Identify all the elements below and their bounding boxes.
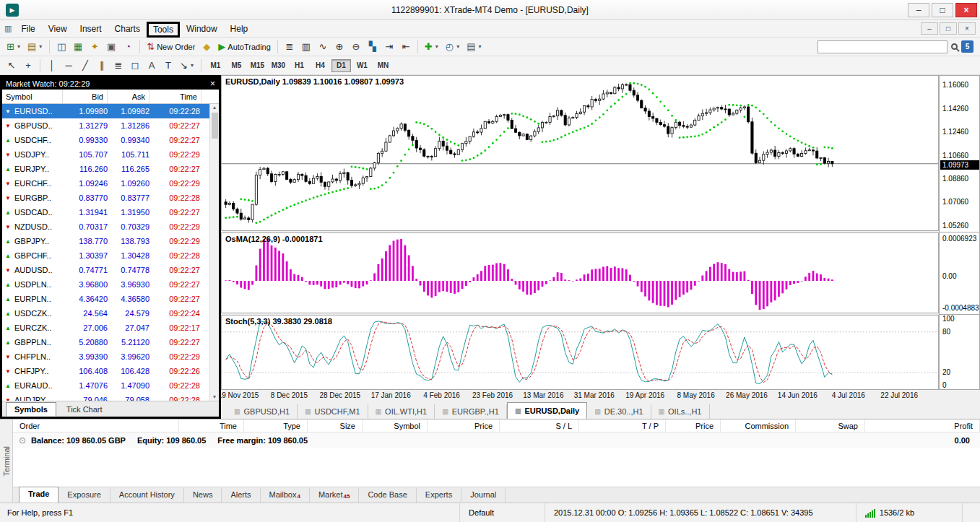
chart-tab-eurgbp-h1[interactable]: ▥EURGBP.,H1 bbox=[435, 404, 507, 419]
chart-shift-button[interactable]: ⇤ bbox=[398, 40, 414, 54]
terminal-tab-market[interactable]: Market45 bbox=[310, 488, 360, 503]
close-icon[interactable]: × bbox=[210, 79, 215, 88]
timeframe-d1[interactable]: D1 bbox=[331, 59, 351, 72]
market-watch-row[interactable]: ▼CHFPLN..3.993903.9962009:22:29 bbox=[2, 349, 219, 364]
new-chart-button[interactable]: ⊞▾ bbox=[4, 40, 24, 54]
status-profile[interactable]: Default bbox=[459, 503, 545, 522]
vertical-line-button[interactable]: │ bbox=[44, 58, 60, 73]
scroll-up-icon[interactable]: ▴ bbox=[213, 104, 216, 111]
maximize-button[interactable]: □ bbox=[932, 3, 953, 17]
timeframe-h1[interactable]: H1 bbox=[290, 59, 309, 72]
menu-item-file[interactable]: File bbox=[14, 22, 41, 36]
child-close-button[interactable]: × bbox=[958, 22, 976, 35]
terminal-column-t-p-7[interactable]: T / P bbox=[579, 419, 666, 432]
terminal-tab-journal[interactable]: Journal bbox=[461, 488, 506, 503]
timeframe-w1[interactable]: W1 bbox=[352, 59, 372, 72]
search-results-badge[interactable]: 5 bbox=[961, 40, 974, 53]
templates-button[interactable]: ▤▾ bbox=[464, 40, 485, 54]
terminal-column-symbol-4[interactable]: Symbol bbox=[363, 419, 428, 432]
osma-panel[interactable]: OsMA(12,26,9) -0.0001871 bbox=[221, 232, 939, 313]
market-watch-row[interactable]: ▼AUDUSD..0.747710.7477809:22:27 bbox=[2, 263, 219, 277]
market-watch-row[interactable]: ▲GBPJPY..138.770138.79309:22:29 bbox=[2, 234, 219, 248]
market-watch-row[interactable]: ▼EURCHF..1.092461.0926009:22:29 bbox=[2, 176, 219, 191]
channel-button[interactable]: ∥ bbox=[94, 58, 110, 73]
terminal-tab-experts[interactable]: Experts bbox=[417, 488, 461, 503]
terminal-tab-news[interactable]: News bbox=[184, 488, 222, 503]
main-chart-panel[interactable]: EURUSD,Daily 1.09839 1.10016 1.09807 1.0… bbox=[221, 75, 939, 231]
market-watch-row[interactable]: ▲EURPLN..4.364204.3658009:22:27 bbox=[2, 292, 219, 306]
search-input[interactable] bbox=[818, 40, 948, 53]
menu-item-insert[interactable]: Insert bbox=[74, 22, 108, 36]
market-watch-row[interactable]: ▲GBPPLN..5.208805.2112009:22:27 bbox=[2, 335, 219, 349]
mw-tab-tick-chart[interactable]: Tick Chart bbox=[58, 402, 111, 417]
market-watch-row[interactable]: ▼GBPUSD..1.312791.3128609:22:27 bbox=[2, 118, 219, 133]
terminal-tab-exposure[interactable]: Exposure bbox=[58, 488, 110, 503]
terminal-toggle-button[interactable]: ▣ bbox=[103, 40, 119, 54]
cursor-tool-button[interactable]: ↖ bbox=[4, 58, 19, 73]
menu-item-window[interactable]: Window bbox=[180, 22, 224, 36]
line-chart-mode-button[interactable]: ∿ bbox=[315, 40, 331, 54]
bar-chart-mode-button[interactable]: ≣ bbox=[282, 40, 298, 54]
mw-column-bid[interactable]: Bid bbox=[63, 90, 108, 103]
market-watch-row[interactable]: ▲USDCHF..0.993300.9934009:22:27 bbox=[2, 133, 219, 147]
timeframe-m15[interactable]: M15 bbox=[248, 59, 267, 72]
chart-tab-usdchf-m1[interactable]: ▥USDCHF,M1 bbox=[298, 404, 368, 419]
navigator-toggle-button[interactable]: ✦ bbox=[87, 40, 103, 54]
periods-button[interactable]: ◴▾ bbox=[443, 40, 463, 54]
zoom-in-button[interactable]: ⊕ bbox=[331, 40, 347, 54]
scroll-down-icon[interactable]: ▾ bbox=[213, 393, 216, 401]
terminal-column-type-2[interactable]: Type bbox=[244, 419, 308, 432]
market-watch-row[interactable]: ▲EURAUD..1.470761.4709009:22:28 bbox=[2, 378, 219, 393]
terminal-column-swap-10[interactable]: Swap bbox=[796, 419, 865, 432]
child-restore-button[interactable]: □ bbox=[940, 22, 957, 35]
horizontal-line-button[interactable]: ─ bbox=[61, 58, 77, 73]
terminal-column-time-1[interactable]: Time bbox=[179, 419, 244, 432]
market-watch-row[interactable]: ▼USDJPY..105.707105.71109:22:29 bbox=[2, 147, 219, 162]
fibonacci-button[interactable]: ≣ bbox=[110, 58, 126, 73]
terminal-column-price-5[interactable]: Price bbox=[428, 419, 500, 432]
market-watch-row[interactable]: ▲GBPCHF..1.303971.3042809:22:28 bbox=[2, 248, 219, 263]
menu-item-tools[interactable]: Tools bbox=[147, 22, 180, 38]
main-chart-svg[interactable] bbox=[222, 76, 938, 230]
market-watch-row[interactable]: ▼AUDJPY..79.04679.05809:22:28 bbox=[2, 393, 219, 401]
autotrading-button[interactable]: ▶AutoTrading bbox=[215, 40, 274, 54]
scrollbar-thumb[interactable] bbox=[212, 113, 218, 139]
terminal-column-commission-9[interactable]: Commission bbox=[721, 419, 796, 432]
terminal-column-s-l-6[interactable]: S / L bbox=[500, 419, 579, 432]
child-window-icon[interactable]: ▥ bbox=[4, 24, 12, 33]
indicators-button[interactable]: ✚▾ bbox=[422, 40, 442, 54]
terminal-tab-mailbox[interactable]: Mailbox4 bbox=[261, 488, 310, 503]
market-watch-row[interactable]: ▼EURUSD..1.099801.0998209:22:28 bbox=[2, 104, 219, 118]
tile-windows-button[interactable]: ▚ bbox=[365, 40, 381, 54]
close-button[interactable]: × bbox=[955, 3, 977, 17]
text-tool-button[interactable]: A bbox=[144, 58, 160, 73]
market-watch-row[interactable]: ▲EURJPY..116.260116.26509:22:27 bbox=[2, 162, 219, 176]
candlestick-mode-button[interactable]: ▥ bbox=[298, 40, 314, 54]
arrows-button[interactable]: ↘▾ bbox=[177, 58, 197, 73]
menu-item-view[interactable]: View bbox=[42, 22, 74, 36]
metaeditor-button[interactable]: ◆ bbox=[199, 40, 214, 54]
stoch-panel[interactable]: Stoch(5,3,3) 39.3830 29.0818 bbox=[221, 315, 939, 390]
search-icon[interactable] bbox=[951, 43, 958, 50]
chart-tab-de-30-h1[interactable]: ▥DE.30..,H1 bbox=[587, 404, 651, 419]
crosshair-tool-button[interactable]: + bbox=[20, 58, 36, 73]
market-watch-row[interactable]: ▼CHFJPY..106.408106.42809:22:26 bbox=[2, 364, 219, 378]
text-label-button[interactable]: T bbox=[160, 58, 176, 73]
new-order-button[interactable]: ⇅New Order bbox=[144, 40, 198, 54]
market-watch-row[interactable]: ▲USDPLN..3.968003.9693009:22:27 bbox=[2, 277, 219, 292]
terminal-column-profit-11[interactable]: Profit bbox=[865, 419, 980, 432]
terminal-column-price-8[interactable]: Price bbox=[666, 419, 721, 432]
terminal-tab-trade[interactable]: Trade bbox=[19, 487, 58, 503]
child-minimize-button[interactable]: – bbox=[921, 22, 938, 35]
data-window-button[interactable]: ▦ bbox=[70, 40, 86, 54]
market-watch-row[interactable]: ▲EURCZK..27.00627.04709:22:17 bbox=[2, 321, 219, 335]
market-watch-toggle-button[interactable]: ◫ bbox=[53, 40, 69, 54]
shapes-button[interactable]: ◻ bbox=[127, 58, 143, 73]
chart-tab-oil-wti-h1[interactable]: ▥OIL.WTI,H1 bbox=[368, 404, 435, 419]
timeframe-m30[interactable]: M30 bbox=[269, 59, 288, 72]
terminal-tab-code-base[interactable]: Code Base bbox=[359, 488, 416, 503]
market-watch-scrollbar[interactable]: ▴ ▾ bbox=[209, 104, 219, 401]
timeframe-m1[interactable]: M1 bbox=[206, 59, 225, 72]
chart-tab-eurusd-daily[interactable]: ▥EURUSD,Daily bbox=[507, 402, 587, 419]
timeframe-m5[interactable]: M5 bbox=[227, 59, 246, 72]
